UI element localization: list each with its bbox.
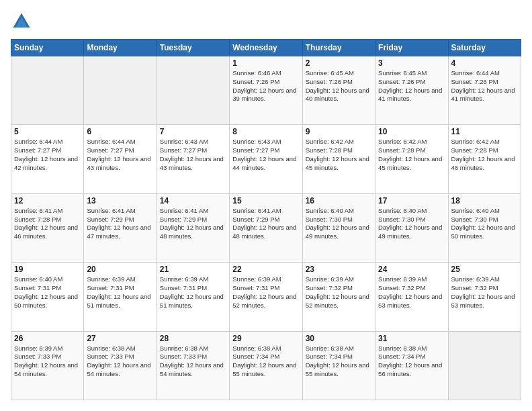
day-number: 26: [14, 334, 81, 343]
calendar-week-1: 5Sunrise: 6:44 AM Sunset: 7:27 PM Daylig…: [11, 125, 521, 193]
calendar-cell: 17Sunrise: 6:40 AM Sunset: 7:30 PM Dayli…: [375, 193, 448, 262]
day-number: 21: [160, 265, 226, 274]
day-info: Sunrise: 6:43 AM Sunset: 7:27 PM Dayligh…: [232, 138, 299, 172]
day-info: Sunrise: 6:40 AM Sunset: 7:31 PM Dayligh…: [14, 275, 81, 310]
calendar-cell: 30Sunrise: 6:38 AM Sunset: 7:34 PM Dayli…: [302, 331, 375, 400]
calendar-cell: 2Sunrise: 6:45 AM Sunset: 7:26 PM Daylig…: [302, 56, 375, 125]
calendar-header-monday: Monday: [84, 40, 157, 56]
header: [11, 11, 521, 32]
day-info: Sunrise: 6:44 AM Sunset: 7:26 PM Dayligh…: [451, 69, 518, 103]
day-number: 25: [451, 265, 518, 274]
day-number: 8: [232, 127, 299, 136]
day-info: Sunrise: 6:44 AM Sunset: 7:27 PM Dayligh…: [87, 138, 153, 172]
calendar-week-3: 19Sunrise: 6:40 AM Sunset: 7:31 PM Dayli…: [11, 263, 521, 331]
calendar-cell: 12Sunrise: 6:41 AM Sunset: 7:28 PM Dayli…: [11, 193, 84, 262]
day-number: 12: [14, 196, 81, 205]
day-number: 27: [87, 334, 153, 343]
calendar-table: SundayMondayTuesdayWednesdayThursdayFrid…: [11, 39, 521, 400]
day-info: Sunrise: 6:41 AM Sunset: 7:28 PM Dayligh…: [14, 207, 81, 241]
day-info: Sunrise: 6:41 AM Sunset: 7:29 PM Dayligh…: [87, 207, 153, 241]
calendar-cell: 5Sunrise: 6:44 AM Sunset: 7:27 PM Daylig…: [11, 125, 84, 193]
day-number: 16: [306, 196, 372, 205]
calendar-cell: 27Sunrise: 6:38 AM Sunset: 7:33 PM Dayli…: [84, 331, 157, 400]
page: SundayMondayTuesdayWednesdayThursdayFrid…: [0, 0, 532, 411]
calendar-week-4: 26Sunrise: 6:39 AM Sunset: 7:33 PM Dayli…: [11, 331, 521, 400]
day-number: 4: [451, 58, 518, 68]
day-info: Sunrise: 6:38 AM Sunset: 7:34 PM Dayligh…: [232, 345, 299, 379]
calendar-cell: 13Sunrise: 6:41 AM Sunset: 7:29 PM Dayli…: [84, 193, 157, 262]
day-number: 11: [451, 127, 518, 136]
calendar-cell: 23Sunrise: 6:39 AM Sunset: 7:32 PM Dayli…: [302, 263, 375, 331]
day-info: Sunrise: 6:38 AM Sunset: 7:34 PM Dayligh…: [378, 345, 445, 379]
calendar-cell: 19Sunrise: 6:40 AM Sunset: 7:31 PM Dayli…: [11, 263, 84, 331]
calendar-cell: 1Sunrise: 6:46 AM Sunset: 7:26 PM Daylig…: [230, 56, 302, 125]
calendar-cell: 7Sunrise: 6:43 AM Sunset: 7:27 PM Daylig…: [157, 125, 229, 193]
calendar-cell: [11, 56, 84, 125]
day-info: Sunrise: 6:40 AM Sunset: 7:30 PM Dayligh…: [378, 207, 445, 241]
day-info: Sunrise: 6:39 AM Sunset: 7:31 PM Dayligh…: [160, 275, 226, 310]
calendar-cell: 21Sunrise: 6:39 AM Sunset: 7:31 PM Dayli…: [157, 263, 229, 331]
calendar-header-friday: Friday: [375, 40, 448, 56]
day-info: Sunrise: 6:38 AM Sunset: 7:34 PM Dayligh…: [306, 345, 372, 379]
calendar-cell: [84, 56, 157, 125]
day-number: 23: [306, 265, 372, 274]
calendar-cell: 16Sunrise: 6:40 AM Sunset: 7:30 PM Dayli…: [302, 193, 375, 262]
day-number: 18: [451, 196, 518, 205]
calendar-cell: 10Sunrise: 6:42 AM Sunset: 7:28 PM Dayli…: [375, 125, 448, 193]
day-number: 30: [306, 334, 372, 343]
day-info: Sunrise: 6:42 AM Sunset: 7:28 PM Dayligh…: [378, 138, 445, 172]
day-number: 29: [232, 334, 299, 343]
day-number: 13: [87, 196, 153, 205]
day-info: Sunrise: 6:42 AM Sunset: 7:28 PM Dayligh…: [451, 138, 518, 172]
calendar-cell: 29Sunrise: 6:38 AM Sunset: 7:34 PM Dayli…: [230, 331, 302, 400]
calendar-cell: 3Sunrise: 6:45 AM Sunset: 7:26 PM Daylig…: [375, 56, 448, 125]
day-info: Sunrise: 6:39 AM Sunset: 7:33 PM Dayligh…: [14, 345, 81, 379]
day-number: 31: [378, 334, 445, 343]
day-number: 1: [232, 58, 299, 68]
day-info: Sunrise: 6:40 AM Sunset: 7:30 PM Dayligh…: [306, 207, 372, 241]
day-info: Sunrise: 6:40 AM Sunset: 7:30 PM Dayligh…: [451, 207, 518, 241]
day-number: 9: [306, 127, 372, 136]
calendar-week-0: 1Sunrise: 6:46 AM Sunset: 7:26 PM Daylig…: [11, 56, 521, 125]
day-number: 28: [160, 334, 226, 343]
day-number: 14: [160, 196, 226, 205]
day-info: Sunrise: 6:39 AM Sunset: 7:31 PM Dayligh…: [232, 275, 299, 310]
day-number: 22: [232, 265, 299, 274]
day-info: Sunrise: 6:43 AM Sunset: 7:27 PM Dayligh…: [160, 138, 226, 172]
calendar-header-saturday: Saturday: [448, 40, 521, 56]
day-number: 7: [160, 127, 226, 136]
day-info: Sunrise: 6:39 AM Sunset: 7:31 PM Dayligh…: [87, 275, 153, 310]
calendar-cell: 28Sunrise: 6:38 AM Sunset: 7:33 PM Dayli…: [157, 331, 229, 400]
calendar-cell: 25Sunrise: 6:39 AM Sunset: 7:32 PM Dayli…: [448, 263, 521, 331]
calendar-cell: 24Sunrise: 6:39 AM Sunset: 7:32 PM Dayli…: [375, 263, 448, 331]
day-info: Sunrise: 6:42 AM Sunset: 7:28 PM Dayligh…: [306, 138, 372, 172]
calendar-body: 1Sunrise: 6:46 AM Sunset: 7:26 PM Daylig…: [11, 56, 521, 400]
day-info: Sunrise: 6:41 AM Sunset: 7:29 PM Dayligh…: [232, 207, 299, 241]
day-number: 5: [14, 127, 81, 136]
day-number: 20: [87, 265, 153, 274]
day-number: 3: [378, 58, 445, 68]
calendar-cell: 22Sunrise: 6:39 AM Sunset: 7:31 PM Dayli…: [230, 263, 302, 331]
day-info: Sunrise: 6:45 AM Sunset: 7:26 PM Dayligh…: [306, 69, 372, 103]
day-number: 24: [378, 265, 445, 274]
day-info: Sunrise: 6:45 AM Sunset: 7:26 PM Dayligh…: [378, 69, 445, 103]
calendar-cell: 8Sunrise: 6:43 AM Sunset: 7:27 PM Daylig…: [230, 125, 302, 193]
calendar-cell: 18Sunrise: 6:40 AM Sunset: 7:30 PM Dayli…: [448, 193, 521, 262]
day-info: Sunrise: 6:39 AM Sunset: 7:32 PM Dayligh…: [306, 275, 372, 310]
day-info: Sunrise: 6:41 AM Sunset: 7:29 PM Dayligh…: [160, 207, 226, 241]
calendar-cell: [448, 331, 521, 400]
day-info: Sunrise: 6:39 AM Sunset: 7:32 PM Dayligh…: [378, 275, 445, 310]
calendar-header-sunday: Sunday: [11, 40, 84, 56]
calendar-header-tuesday: Tuesday: [157, 40, 229, 56]
day-info: Sunrise: 6:38 AM Sunset: 7:33 PM Dayligh…: [87, 345, 153, 379]
day-number: 15: [232, 196, 299, 205]
calendar-cell: [157, 56, 229, 125]
day-info: Sunrise: 6:38 AM Sunset: 7:33 PM Dayligh…: [160, 345, 226, 379]
calendar-header-thursday: Thursday: [302, 40, 375, 56]
calendar-cell: 11Sunrise: 6:42 AM Sunset: 7:28 PM Dayli…: [448, 125, 521, 193]
calendar-header-wednesday: Wednesday: [230, 40, 302, 56]
logo: [11, 11, 35, 32]
day-info: Sunrise: 6:44 AM Sunset: 7:27 PM Dayligh…: [14, 138, 81, 172]
calendar-cell: 6Sunrise: 6:44 AM Sunset: 7:27 PM Daylig…: [84, 125, 157, 193]
day-info: Sunrise: 6:39 AM Sunset: 7:32 PM Dayligh…: [451, 275, 518, 310]
